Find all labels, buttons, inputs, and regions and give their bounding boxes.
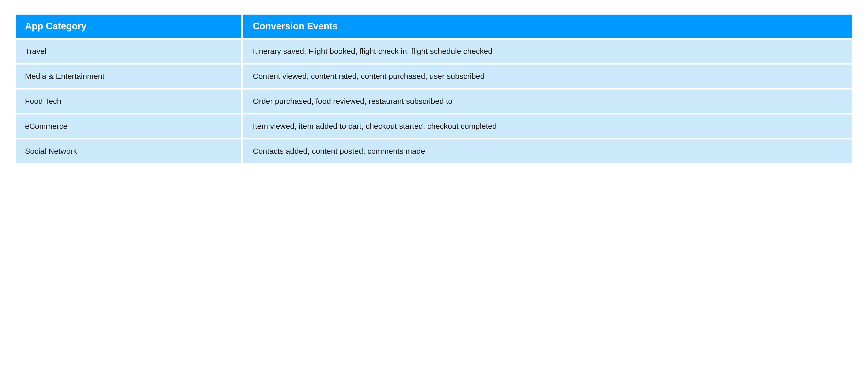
- cell-category: Travel: [16, 39, 241, 63]
- header-app-category: App Category: [16, 14, 241, 38]
- table-body: Travel Itinerary saved, Flight booked, f…: [16, 39, 852, 163]
- cell-category: Social Network: [16, 139, 241, 163]
- table-row: eCommerce Item viewed, item added to car…: [16, 115, 852, 138]
- table-row: Food Tech Order purchased, food reviewed…: [16, 90, 852, 113]
- header-conversion-events: Conversion Events: [243, 14, 852, 38]
- conversion-events-table-container: App Category Conversion Events Travel It…: [13, 13, 855, 164]
- table-row: Media & Entertainment Content viewed, co…: [16, 65, 852, 88]
- cell-events: Itinerary saved, Flight booked, flight c…: [243, 39, 852, 63]
- cell-category: Food Tech: [16, 90, 241, 113]
- table-row: Social Network Contacts added, content p…: [16, 139, 852, 163]
- cell-events: Contacts added, content posted, comments…: [243, 139, 852, 163]
- cell-events: Content viewed, content rated, content p…: [243, 65, 852, 88]
- cell-category: eCommerce: [16, 115, 241, 138]
- cell-category: Media & Entertainment: [16, 65, 241, 88]
- cell-events: Item viewed, item added to cart, checkou…: [243, 115, 852, 138]
- table-header-row: App Category Conversion Events: [16, 14, 852, 38]
- cell-events: Order purchased, food reviewed, restaura…: [243, 90, 852, 113]
- table-row: Travel Itinerary saved, Flight booked, f…: [16, 39, 852, 63]
- conversion-events-table: App Category Conversion Events Travel It…: [13, 13, 855, 164]
